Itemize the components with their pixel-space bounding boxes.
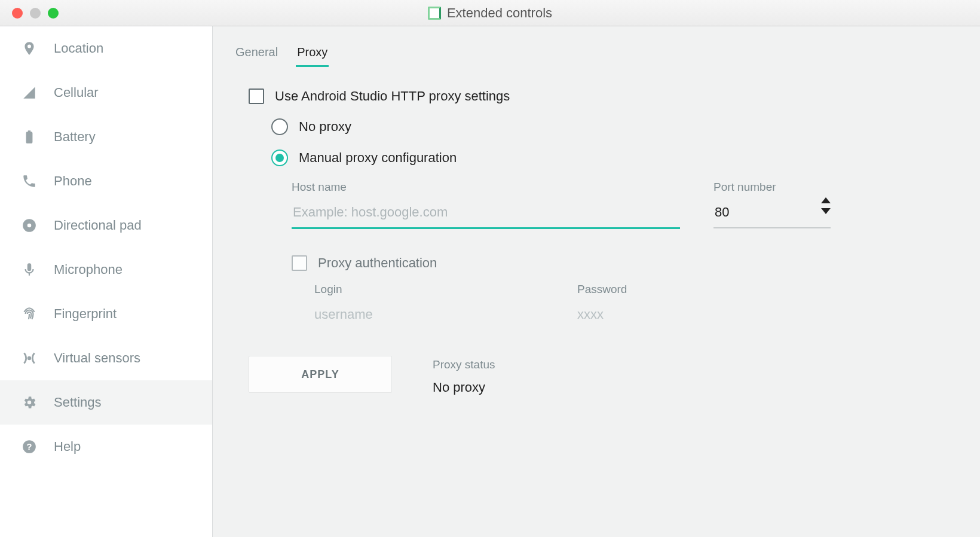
- sidebar-item-sensors[interactable]: Virtual sensors: [0, 336, 212, 380]
- sidebar-item-fingerprint[interactable]: Fingerprint: [0, 292, 212, 336]
- proxy-status-block: Proxy status No proxy: [433, 356, 495, 395]
- password-label: Password: [577, 283, 768, 296]
- sidebar-item-phone[interactable]: Phone: [0, 159, 212, 203]
- settings-icon: [20, 393, 38, 411]
- host-input[interactable]: [292, 200, 680, 229]
- no-proxy-row: No proxy: [249, 118, 950, 135]
- app-icon: [428, 7, 441, 20]
- sidebar-item-help[interactable]: ? Help: [0, 425, 212, 469]
- no-proxy-label: No proxy: [299, 119, 351, 135]
- svg-point-1: [27, 224, 32, 228]
- sidebar-item-label: Virtual sensors: [54, 350, 140, 366]
- port-input[interactable]: [713, 200, 831, 228]
- window-titlebar: Extended controls: [0, 0, 980, 26]
- help-icon: ?: [20, 438, 38, 456]
- sidebar-item-settings[interactable]: Settings: [0, 380, 212, 425]
- auth-fields: Login username Password xxxx: [292, 283, 950, 327]
- main-content: General Proxy Use Android Studio HTTP pr…: [213, 26, 980, 537]
- window-close-button[interactable]: [12, 8, 23, 19]
- host-field: Host name: [292, 181, 680, 229]
- port-step-up[interactable]: [821, 197, 831, 203]
- sidebar-item-label: Microphone: [54, 262, 122, 277]
- sidebar-item-label: Location: [54, 41, 103, 56]
- settings-tabs: General Proxy: [234, 41, 950, 67]
- sidebar-item-label: Phone: [54, 173, 92, 189]
- sidebar-item-label: Settings: [54, 395, 102, 410]
- port-label: Port number: [713, 181, 831, 194]
- port-step-down[interactable]: [821, 208, 831, 214]
- sidebar-item-label: Directional pad: [54, 218, 142, 233]
- cellular-icon: [20, 84, 38, 102]
- host-label: Host name: [292, 181, 680, 194]
- proxy-auth-checkbox[interactable]: [292, 255, 307, 271]
- dpad-icon: [20, 216, 38, 234]
- proxy-form: Use Android Studio HTTP proxy settings N…: [231, 67, 950, 395]
- window-minimize-button[interactable]: [30, 8, 41, 19]
- sidebar-item-cellular[interactable]: Cellular: [0, 71, 212, 115]
- microphone-icon: [20, 261, 38, 279]
- svg-text:?: ?: [26, 441, 32, 451]
- sensors-icon: [20, 349, 38, 367]
- no-proxy-radio[interactable]: [271, 118, 288, 135]
- sidebar: Location Cellular Battery Phone Directio: [0, 26, 213, 537]
- host-port-block: Host name Port number: [249, 181, 950, 229]
- fingerprint-icon: [20, 305, 38, 323]
- sidebar-item-location[interactable]: Location: [0, 26, 212, 71]
- manual-proxy-label: Manual proxy configuration: [299, 150, 457, 166]
- proxy-status-value: No proxy: [433, 380, 495, 395]
- login-label: Login: [314, 283, 506, 296]
- proxy-auth-label: Proxy authentication: [318, 255, 437, 271]
- phone-icon: [20, 172, 38, 190]
- battery-icon: [20, 128, 38, 146]
- location-icon: [20, 39, 38, 57]
- svg-point-2: [27, 356, 32, 361]
- login-field: Login username: [314, 283, 506, 327]
- login-input[interactable]: username: [314, 302, 506, 327]
- tab-general[interactable]: General: [234, 41, 279, 67]
- password-input[interactable]: xxxx: [577, 302, 768, 327]
- sidebar-item-battery[interactable]: Battery: [0, 115, 212, 159]
- port-field: Port number: [713, 181, 831, 229]
- sidebar-item-label: Help: [54, 439, 81, 454]
- traffic-lights: [12, 8, 59, 19]
- use-studio-proxy-checkbox[interactable]: [249, 89, 264, 104]
- sidebar-item-dpad[interactable]: Directional pad: [0, 203, 212, 248]
- window-zoom-button[interactable]: [48, 8, 59, 19]
- apply-row: APPLY Proxy status No proxy: [249, 356, 950, 395]
- proxy-status-label: Proxy status: [433, 358, 495, 371]
- window-title: Extended controls: [447, 5, 552, 21]
- password-field: Password xxxx: [577, 283, 768, 327]
- sidebar-item-label: Cellular: [54, 85, 99, 100]
- manual-proxy-radio[interactable]: [271, 149, 288, 166]
- sidebar-item-microphone[interactable]: Microphone: [0, 248, 212, 292]
- use-studio-proxy-label: Use Android Studio HTTP proxy settings: [275, 89, 510, 104]
- sidebar-item-label: Fingerprint: [54, 306, 117, 322]
- manual-proxy-row: Manual proxy configuration: [249, 149, 950, 166]
- proxy-auth-block: Proxy authentication Login username Pass…: [249, 255, 950, 327]
- apply-button[interactable]: APPLY: [249, 356, 392, 393]
- tab-proxy[interactable]: Proxy: [296, 41, 329, 67]
- use-studio-proxy-row: Use Android Studio HTTP proxy settings: [249, 89, 950, 104]
- port-spinner: [821, 197, 831, 214]
- sidebar-item-label: Battery: [54, 129, 96, 145]
